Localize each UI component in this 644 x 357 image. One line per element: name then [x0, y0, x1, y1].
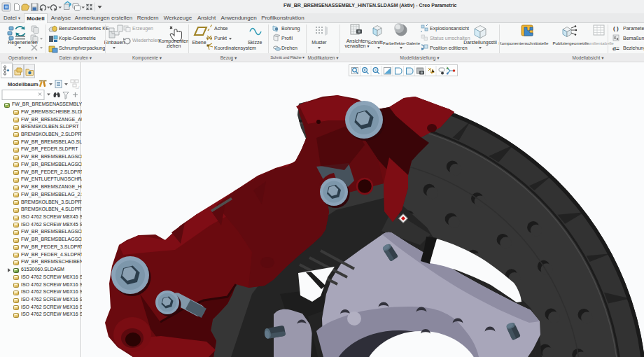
svg-text:( ): ( ) — [613, 25, 619, 31]
svg-text:↮: ↮ — [75, 85, 80, 90]
svg-text:d=: d= — [612, 46, 620, 52]
svg-text:Modellbaum: Modellbaum — [8, 81, 38, 88]
